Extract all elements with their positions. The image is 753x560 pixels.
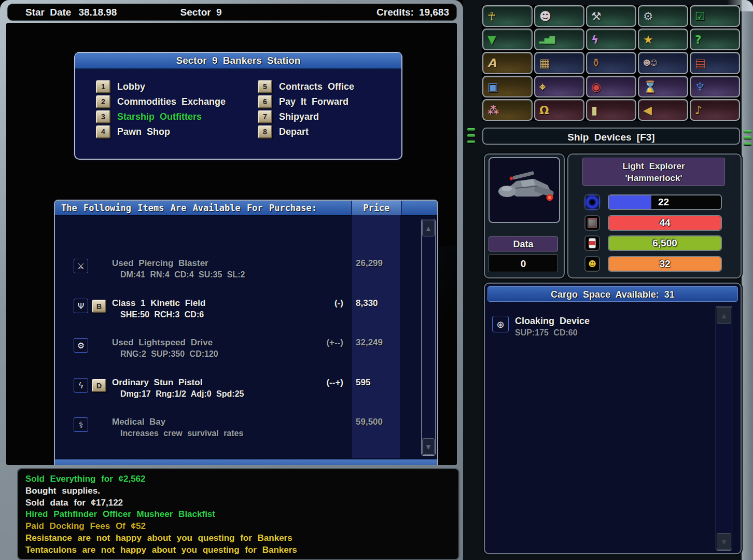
- toolbar-diplomacy-masks-button[interactable]: ☻☺: [638, 52, 688, 74]
- shop-item-ordinary-stun-pistol[interactable]: ϟDOrdinary Stun PistolDmg:17 Rng:1/2 Adj…: [55, 377, 437, 406]
- speaker-icon: ◀: [643, 103, 652, 116]
- ship-name-box: Light Explorer 'Hammerlock': [582, 158, 725, 186]
- menu-item-label: Starship Outfitters: [117, 111, 202, 122]
- shop-scrollbar[interactable]: [421, 219, 436, 456]
- stat-row-crew: ☻ 32: [568, 256, 741, 272]
- toolbar-navigation-button[interactable]: ⌖: [534, 76, 584, 97]
- menu-item-shipyard[interactable]: 7Shipyard: [258, 111, 354, 122]
- up-arrow-icon: [425, 224, 433, 233]
- game-screen: Star Date38.18.98 Sector 9 Credits:19,68…: [0, 0, 753, 560]
- checkbox-icon: ☑: [695, 10, 705, 23]
- shop-header-text: The Following Items Are Available For Pu…: [61, 201, 317, 215]
- ship-image: [490, 158, 559, 220]
- log-line: Resistance are not happy about you quest…: [25, 533, 453, 544]
- station-menu-col-1: 1Lobby2Commodities Exchange3Starship Out…: [96, 81, 226, 137]
- medal-icon: ★: [643, 33, 653, 46]
- item-marker: (-): [304, 298, 343, 309]
- item-stats: SUP:175 CD:60: [515, 328, 578, 338]
- menu-item-lobby[interactable]: 1Lobby: [96, 81, 226, 92]
- item-price: 32,249: [356, 338, 397, 348]
- menu-item-pay-it-forward[interactable]: 6Pay It Forward: [258, 96, 354, 107]
- green-indicator: [744, 143, 751, 145]
- item-name: Used Piercing Blaster: [112, 258, 208, 269]
- gear-icon: ⚙: [643, 10, 653, 23]
- ship-name: 'Hammerlock': [583, 172, 724, 184]
- toolbar-officer-button[interactable]: ☻: [534, 5, 584, 27]
- menu-item-label: Contracts Office: [279, 81, 354, 92]
- crew-bar: 32: [608, 256, 722, 272]
- toolbar-lock-button[interactable]: Ω: [534, 99, 584, 121]
- menu-item-depart[interactable]: 8Depart: [258, 126, 354, 137]
- shop-item-class-1-kinetic-field[interactable]: ΨBClass 1 Kinetic FieldSHE:50 RCH:3 CD:6…: [55, 298, 437, 327]
- toolbar-lightning-button[interactable]: ϟ: [586, 29, 636, 50]
- right-window-frame: [742, 0, 753, 560]
- target-icon: ◉: [591, 80, 601, 93]
- item-stats: RNG:2 SUP:350 CD:120: [120, 349, 218, 359]
- toolbar-crate-button[interactable]: ▦: [534, 52, 584, 74]
- scroll-up-button[interactable]: [422, 220, 435, 236]
- toolbar-gear-button[interactable]: ⚙: [638, 5, 688, 27]
- toolbar-speaker-button[interactable]: ◀: [638, 99, 688, 121]
- toolbar-crate-down-button[interactable]: ▼: [482, 29, 533, 50]
- toolbar-hourglass-button[interactable]: ⌛: [638, 76, 688, 97]
- toolbar-wrench-button[interactable]: ⚒: [586, 5, 636, 27]
- toolbar-ankh-button[interactable]: ☥: [482, 5, 533, 27]
- menu-key-2[interactable]: 2: [96, 95, 110, 108]
- cargo-scrollbar[interactable]: [716, 306, 732, 551]
- green-indicator: [467, 128, 475, 131]
- menu-item-commodities-exchange[interactable]: 2Commodities Exchange: [96, 96, 226, 107]
- shop-hotkey-D[interactable]: D: [92, 379, 106, 392]
- item-name: Cloaking Device: [515, 316, 590, 327]
- menu-key-1[interactable]: 1: [96, 80, 110, 93]
- status-bar: Star Date38.18.98 Sector 9 Credits:19,68…: [7, 4, 457, 21]
- toolbar-help-button[interactable]: ?: [690, 29, 740, 50]
- toolbar-medal-button[interactable]: ★: [638, 29, 688, 50]
- ship-log-icon: A: [487, 57, 496, 69]
- shop-item-used-lightspeed-drive[interactable]: ⚙Used Lightspeed DriveRNG:2 SUP:350 CD:1…: [55, 337, 437, 366]
- toolbar-urn-button[interactable]: ⚱: [586, 52, 636, 74]
- cloaking-device-icon: ⊛: [492, 316, 509, 332]
- menu-key-6[interactable]: 6: [258, 95, 272, 108]
- shop-hotkey-B[interactable]: B: [92, 300, 106, 313]
- cargo-panel: Cargo Space Available: 31 ⊛Cloaking Devi…: [484, 283, 742, 554]
- cargo-header: Cargo Space Available: 31: [487, 286, 738, 302]
- toolbar-crew-group-button[interactable]: ⁂: [482, 99, 533, 121]
- shop-item-used-piercing-blaster[interactable]: ⚔Used Piercing BlasterDM:41 RN:4 CD:4 SU…: [55, 258, 437, 287]
- scroll-down-button[interactable]: [422, 438, 435, 455]
- up-arrow-icon: [720, 311, 728, 320]
- menu-key-7[interactable]: 7: [258, 110, 272, 123]
- toolbar-checkbox-button[interactable]: ☑: [690, 5, 740, 27]
- shop-bottom-bar: [55, 458, 437, 465]
- menu-item-label: Commodities Exchange: [117, 96, 226, 107]
- menu-item-starship-outfitters[interactable]: 3Starship Outfitters: [96, 111, 226, 122]
- toolbar-ledger-button[interactable]: ▤: [690, 52, 740, 74]
- sector-label: Sector 9: [8, 7, 394, 18]
- toolbar-bar-chart-button[interactable]: ▂▅▇: [534, 29, 584, 50]
- credits-label: Credits:: [376, 7, 414, 18]
- item-name: Used Lightspeed Drive: [112, 338, 213, 348]
- stun-pistol-icon: ϟ: [74, 378, 88, 393]
- ship-devices-header[interactable]: Ship Devices [F3]: [482, 128, 740, 145]
- toolbar-target-button[interactable]: ◉: [586, 76, 636, 97]
- menu-key-8[interactable]: 8: [258, 125, 272, 138]
- shop-item-medical-bay[interactable]: ⚕Medical BayIncreases crew survival rate…: [55, 416, 437, 445]
- toolbar-ship-log-button[interactable]: A: [482, 52, 533, 74]
- left-window-frame: Star Date38.18.98 Sector 9 Credits:19,68…: [0, 0, 463, 560]
- menu-item-label: Pawn Shop: [117, 127, 170, 137]
- item-name: Class 1 Kinetic Field: [112, 298, 205, 309]
- toolbar-music-button[interactable]: ♪: [690, 99, 740, 121]
- toolbar-ammo-button[interactable]: ▮: [586, 99, 636, 121]
- menu-key-3[interactable]: 3: [96, 110, 110, 123]
- menu-item-pawn-shop[interactable]: 4Pawn Shop: [96, 126, 226, 137]
- menu-item-contracts-office[interactable]: 5Contracts Office: [258, 81, 354, 92]
- menu-key-5[interactable]: 5: [258, 80, 272, 93]
- crew-icon: ☻: [584, 256, 600, 272]
- scroll-up-button[interactable]: [717, 307, 731, 324]
- scroll-down-button[interactable]: [717, 533, 731, 550]
- menu-key-4[interactable]: 4: [96, 125, 110, 138]
- fuel-icon: [584, 235, 600, 251]
- cargo-item-cloaking-device[interactable]: ⊛Cloaking DeviceSUP:175 CD:60: [485, 315, 715, 344]
- log-line: Tentaculons are not happy about you ques…: [25, 544, 453, 556]
- toolbar-alien-ship-button[interactable]: ♆: [690, 76, 740, 97]
- toolbar-engine-button[interactable]: ▣: [482, 76, 533, 97]
